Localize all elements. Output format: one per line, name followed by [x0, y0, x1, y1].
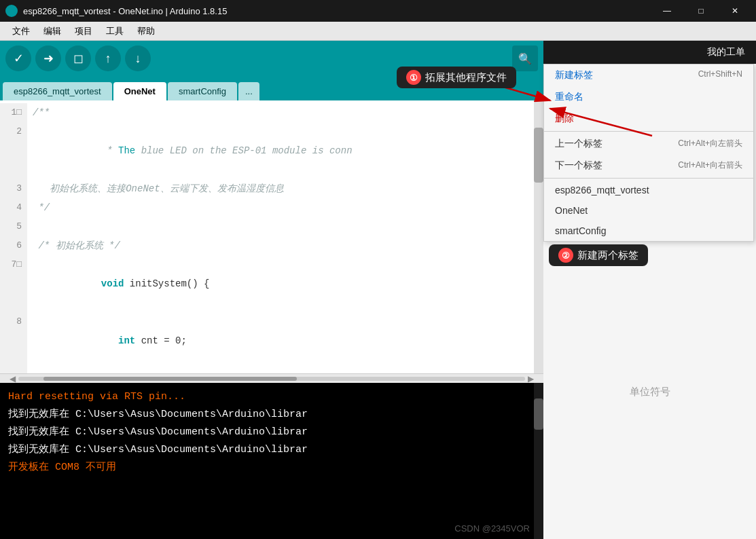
maximize-button[interactable]: □: [685, 0, 717, 22]
verify-button[interactable]: ✓: [5, 45, 31, 71]
ctx-prev-tab-shortcut: Ctrl+Alt+向左箭头: [678, 138, 742, 150]
h-scroll-thumb: [43, 377, 297, 381]
code-line-9: 9 Serial.begin (115200);: [0, 369, 543, 373]
terminal-scroll-thumb: [534, 398, 543, 430]
terminal: Hard resetting via RTS pin... 找到无效库在 C:\…: [0, 383, 543, 539]
editor-scrollbar[interactable]: [534, 100, 543, 373]
h-scroll-track: [18, 377, 525, 381]
code-lines: 1□ /** 2 * The blue LED on the ESP-01 mo…: [0, 100, 543, 373]
ctx-file-3[interactable]: smartConfig: [544, 221, 753, 241]
editor-scroll-thumb: [534, 128, 543, 182]
badge-1: ①: [406, 70, 421, 85]
tab-smartconfig[interactable]: smartConfig: [168, 82, 237, 100]
menu-file[interactable]: 文件: [5, 22, 37, 40]
menu-help[interactable]: 帮助: [130, 22, 162, 40]
tab-onenet[interactable]: OneNet: [113, 82, 166, 100]
right-body: 单位符号: [543, 244, 756, 539]
ctx-separator-2: [544, 178, 753, 179]
ctx-prev-tab[interactable]: 上一个标签 Ctrl+Alt+向左箭头: [544, 133, 753, 155]
menu-project[interactable]: 项目: [68, 22, 99, 40]
watermark: CSDN @2345VOR: [454, 523, 530, 534]
window-title: esp8266_mqtt_vortest - OneNet.ino | Ardu…: [23, 6, 651, 16]
window-controls: — □ ✕: [651, 0, 751, 22]
ctx-file-1-label: esp8266_mqtt_vortest: [555, 185, 649, 196]
ctx-delete-label: 删除: [555, 113, 574, 125]
ctx-delete[interactable]: 删除: [544, 108, 753, 130]
code-line-5: 5: [0, 217, 543, 236]
left-panel: ✓ ➜ ◻ ↑ ↓ 🔍 esp8266_mqtt_vortest OneNet …: [0, 41, 543, 539]
code-editor[interactable]: 1□ /** 2 * The blue LED on the ESP-01 mo…: [0, 100, 543, 373]
tab-esp8266[interactable]: esp8266_mqtt_vortest: [3, 82, 112, 100]
terminal-scrollbar[interactable]: [534, 383, 543, 539]
minimize-button[interactable]: —: [651, 0, 683, 22]
tab-expand[interactable]: ...: [238, 82, 259, 100]
terminal-line-2: 找到无效库在 C:\Users\Asus\Documents\Arduino\l…: [8, 406, 535, 424]
open-button[interactable]: ↑: [95, 45, 121, 71]
code-line-4: 4 */: [0, 198, 543, 217]
annotation-1-text: 拓展其他程序文件: [425, 71, 507, 84]
ctx-prev-tab-label: 上一个标签: [555, 138, 602, 150]
badge-2: ②: [558, 248, 573, 263]
new-button[interactable]: ◻: [65, 45, 91, 71]
code-line-7: 7□ void initSystem() {: [0, 255, 543, 312]
annotation-2-text: 新建两个标签: [577, 249, 638, 262]
ctx-next-tab-shortcut: Ctrl+Alt+向右箭头: [678, 160, 742, 172]
right-panel-top: 我的工单: [543, 41, 756, 64]
unit-symbol: 单位符号: [630, 386, 670, 398]
ctx-next-tab-label: 下一个标签: [555, 160, 602, 172]
ctx-file-2[interactable]: OneNet: [544, 200, 753, 221]
code-line-3: 3 初始化系统、连接OneNet、云端下发、发布温湿度信息: [0, 179, 543, 198]
right-panel: 我的工单 新建标签 Ctrl+Shift+N 重命名 删除 上一个标签 Ctrl…: [543, 41, 756, 539]
title-bar: esp8266_mqtt_vortest - OneNet.ino | Ardu…: [0, 0, 756, 22]
main-layout: ✓ ➜ ◻ ↑ ↓ 🔍 esp8266_mqtt_vortest OneNet …: [0, 41, 756, 539]
menu-edit[interactable]: 编辑: [37, 22, 68, 40]
context-menu: 新建标签 Ctrl+Shift+N 重命名 删除 上一个标签 Ctrl+Alt+…: [543, 64, 754, 242]
terminal-line-5: 开发板在 COM8 不可用: [8, 459, 535, 477]
terminal-line-1: Hard resetting via RTS pin...: [8, 388, 535, 406]
ctx-rename-label: 重命名: [555, 91, 583, 103]
ctx-separator-1: [544, 131, 753, 132]
code-line-6: 6 /* 初始化系统 */: [0, 236, 543, 255]
tabs-area: esp8266_mqtt_vortest OneNet smartConfig …: [0, 76, 543, 100]
terminal-line-4: 找到无效库在 C:\Users\Asus\Documents\Arduino\l…: [8, 441, 535, 459]
annotation-1-bubble: ① 拓展其他程序文件: [397, 67, 516, 88]
ctx-rename[interactable]: 重命名: [544, 86, 753, 108]
search-button[interactable]: 🔍: [512, 45, 538, 71]
ctx-file-3-label: smartConfig: [555, 225, 606, 236]
arduino-icon: [5, 5, 18, 17]
save-button[interactable]: ↓: [125, 45, 151, 71]
menu-tools[interactable]: 工具: [99, 22, 130, 40]
code-line-8: 8 int cnt = 0;: [0, 312, 543, 369]
code-line-1: 1□ /**: [0, 103, 543, 122]
terminal-line-3: 找到无效库在 C:\Users\Asus\Documents\Arduino\l…: [8, 424, 535, 441]
ctx-next-tab[interactable]: 下一个标签 Ctrl+Alt+向右箭头: [544, 155, 753, 176]
menu-bar: 文件 编辑 项目 工具 帮助: [0, 22, 756, 41]
upload-button[interactable]: ➜: [35, 45, 61, 71]
annotation-2-bubble: ② 新建两个标签: [549, 244, 648, 266]
ctx-file-1[interactable]: esp8266_mqtt_vortest: [544, 180, 753, 200]
ctx-new-tab-shortcut: Ctrl+Shift+N: [698, 69, 742, 81]
ctx-new-tab-label: 新建标签: [555, 69, 593, 81]
code-line-2: 2 * The blue LED on the ESP-01 module is…: [0, 122, 543, 179]
close-button[interactable]: ✕: [719, 0, 751, 22]
h-scrollbar[interactable]: ◀ ▶: [0, 373, 543, 383]
ctx-new-tab[interactable]: 新建标签 Ctrl+Shift+N: [544, 64, 753, 86]
ctx-file-2-label: OneNet: [555, 205, 588, 216]
